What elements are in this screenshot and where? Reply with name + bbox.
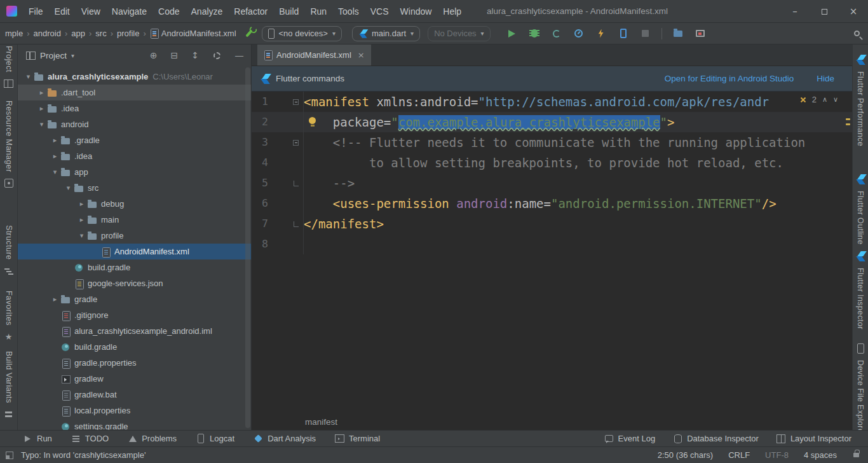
chevron-down-icon[interactable]: ▾ — [23, 73, 34, 81]
tree-item-gradle-properties[interactable]: gradle.properties — [18, 355, 251, 371]
code-editor[interactable]: 1<manifest xmlns:android="http://schemas… — [252, 92, 852, 413]
tree-item-settings-gradle[interactable]: settings.gradle — [18, 418, 251, 430]
lock-icon[interactable] — [853, 453, 859, 457]
locate-file-button[interactable]: ⊕ — [150, 51, 158, 60]
inspections-widget[interactable]: 2 ∧ ∨ — [800, 95, 838, 104]
menu-help[interactable]: Help — [437, 0, 467, 23]
tree-item-gradlew[interactable]: gradlew — [18, 371, 251, 387]
chevron-right-icon[interactable]: ▸ — [50, 152, 60, 160]
menu-build[interactable]: Build — [273, 0, 304, 23]
caret-position[interactable]: 2:50 (36 chars) — [658, 450, 713, 460]
project-view-selector[interactable]: Project — [40, 51, 67, 60]
line-number[interactable]: 4 — [252, 153, 268, 173]
run-button[interactable] — [506, 27, 519, 40]
search-button[interactable] — [850, 27, 863, 40]
previous-issue-button[interactable]: ∧ — [822, 95, 827, 104]
stripe-item-favorites[interactable]: Favorites — [4, 291, 14, 342]
menu-navigate[interactable]: Navigate — [106, 0, 153, 23]
tree-item-main[interactable]: ▸main — [18, 212, 251, 228]
menu-vcs[interactable]: VCS — [365, 0, 395, 23]
code-line-7[interactable]: 7</manifest> — [252, 214, 852, 234]
toolwindow-button-terminal[interactable]: Terminal — [335, 434, 380, 443]
attach-debugger-button[interactable] — [617, 27, 630, 40]
code-line-6[interactable]: 6 <uses-permission android:name="android… — [252, 193, 852, 214]
line-separator[interactable]: CRLF — [728, 450, 750, 460]
menu-edit[interactable]: Edit — [49, 0, 76, 23]
tree-item-src[interactable]: ▾src — [18, 180, 251, 196]
tree-item-alura-crashlyticsexample[interactable]: ▾alura_crashlyticsexampleC:\Users\Leonar — [18, 69, 251, 85]
tree-item-local-properties[interactable]: local.properties — [18, 403, 251, 418]
tree-item-androidmanifest-xml[interactable]: AndroidManifest.xml — [18, 244, 251, 259]
fold-marker[interactable] — [268, 140, 303, 146]
editor-breadcrumb[interactable]: manifest — [252, 413, 852, 430]
minimize-button[interactable]: – — [780, 0, 810, 23]
menu-view[interactable]: View — [76, 0, 106, 23]
tree-item--gradle[interactable]: ▸.gradle — [18, 132, 251, 148]
stripe-item-build-variants[interactable]: Build Variants — [4, 351, 14, 420]
breadcrumb-item-android[interactable]: android — [34, 29, 61, 38]
close-tab-icon[interactable]: × — [358, 50, 365, 60]
tab-androidmanifest-xml[interactable]: AndroidManifest.xml × — [257, 45, 371, 66]
chevron-right-icon[interactable]: ▸ — [76, 216, 87, 224]
menu-file[interactable]: File — [23, 0, 49, 23]
line-number[interactable]: 7 — [252, 214, 268, 234]
hide-banner-link[interactable]: Hide — [817, 74, 834, 83]
tree-item-build-gradle[interactable]: build.gradle — [18, 259, 251, 275]
tree-item-gradle[interactable]: ▸gradle — [18, 291, 251, 307]
stripe-item-flutter-outline[interactable]: Flutter Outline — [856, 174, 865, 245]
toolwindow-button-database-inspector[interactable]: Database Inspector — [673, 434, 759, 443]
code-line-2[interactable]: 2 package="com.example.alura_crashlytics… — [252, 112, 852, 132]
fold-marker[interactable] — [268, 99, 303, 105]
line-number[interactable]: 2 — [252, 112, 268, 132]
breadcrumb-item-src[interactable]: src — [95, 29, 106, 38]
code-line-4[interactable]: 4 to allow setting breakpoints, to provi… — [252, 153, 852, 173]
tree-item--idea[interactable]: ▸.idea — [18, 100, 251, 116]
chevron-down-icon[interactable]: ▾ — [76, 232, 87, 240]
breadcrumb-item-profile[interactable]: profile — [117, 29, 139, 38]
code-line-8[interactable]: 8 — [252, 234, 852, 254]
line-number[interactable]: 3 — [252, 132, 268, 153]
chevron-down-icon[interactable]: ▾ — [36, 120, 47, 128]
fold-marker[interactable] — [268, 181, 303, 186]
tree-item-alura-crashlyticsexample-android-iml[interactable]: alura_crashlyticsexample_android.iml — [18, 323, 251, 339]
line-number[interactable]: 8 — [252, 234, 268, 254]
indent-style[interactable]: 4 spaces — [804, 450, 837, 460]
toolwindow-button-layout-inspector[interactable]: Layout Inspector — [776, 434, 851, 443]
close-button[interactable]: × — [839, 0, 868, 23]
coverage-button[interactable] — [550, 27, 563, 40]
menu-run[interactable]: Run — [304, 0, 332, 23]
intention-bulb-icon[interactable] — [309, 117, 316, 124]
menu-code[interactable]: Code — [153, 0, 185, 23]
tree-item-gradlew-bat[interactable]: gradlew.bat — [18, 387, 251, 403]
chevron-right-icon[interactable]: ▸ — [36, 88, 47, 97]
stripe-item-flutter-performance[interactable]: Flutter Performance — [856, 55, 865, 146]
breadcrumb-manifest[interactable]: manifest — [305, 417, 337, 427]
breadcrumb-item-androidmanifest-xml[interactable]: AndroidManifest.xml — [150, 29, 236, 38]
toolwindow-button-problems[interactable]: Problems — [128, 434, 177, 443]
collapse-all-button[interactable]: ⊟ — [171, 51, 179, 60]
settings-gear-icon[interactable] — [214, 52, 220, 59]
tree-item-debug[interactable]: ▸debug — [18, 196, 251, 212]
run-config-selector[interactable]: main.dart ▾ — [352, 26, 420, 41]
toolwindow-button-dart-analysis[interactable]: Dart Analysis — [254, 434, 316, 443]
line-number[interactable]: 5 — [252, 173, 268, 193]
toolwindow-button-todo[interactable]: TODO — [71, 434, 109, 443]
stop-button[interactable] — [639, 27, 652, 40]
debug-button[interactable] — [528, 27, 541, 40]
line-number[interactable]: 6 — [252, 193, 268, 214]
stripe-item-structure[interactable]: Structure — [4, 225, 14, 276]
tree-item-build-gradle[interactable]: build.gradle — [18, 339, 251, 355]
stripe-item-flutter-inspector[interactable]: Flutter Inspector — [856, 251, 865, 329]
chevron-right-icon[interactable]: ▸ — [50, 136, 60, 144]
chevron-down-icon[interactable]: ▾ — [71, 52, 74, 59]
apply-changes-button[interactable] — [595, 27, 607, 40]
menu-refactor[interactable]: Refactor — [228, 0, 273, 23]
tree-item-android[interactable]: ▾android — [18, 116, 251, 132]
tree-item-app[interactable]: ▾app — [18, 164, 251, 180]
fold-marker[interactable] — [268, 221, 303, 227]
chevron-down-icon[interactable]: ▾ — [50, 168, 60, 176]
maximize-button[interactable] — [810, 0, 839, 23]
tree-item--gitignore[interactable]: .gitignore — [18, 307, 251, 323]
device-selector[interactable]: <no devices> ▾ — [262, 26, 342, 41]
tree-item-google-services-json[interactable]: google-services.json — [18, 275, 251, 291]
